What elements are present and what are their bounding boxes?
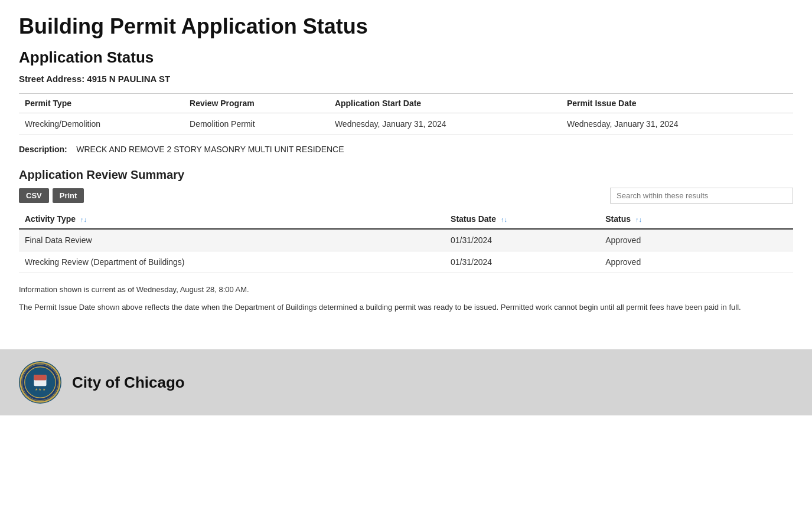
permit-table-cell: Wednesday, January 31, 2024 xyxy=(561,113,793,135)
activity-table-cell: 01/31/2024 xyxy=(445,251,599,273)
description-value: WRECK AND REMOVE 2 STORY MASONRY MULTI U… xyxy=(76,145,344,154)
col-permit-type: Permit Type xyxy=(19,94,184,113)
page-title: Building Permit Application Status xyxy=(19,14,793,39)
activity-table-cell: Approved xyxy=(599,251,793,273)
activity-table-row: Wrecking Review (Department of Buildings… xyxy=(19,251,793,273)
info-line-1: Information shown is current as of Wedne… xyxy=(19,284,793,296)
description-row: Description: WRECK AND REMOVE 2 STORY MA… xyxy=(19,142,793,156)
search-container xyxy=(610,188,793,204)
csv-button[interactable]: CSV xyxy=(19,188,49,203)
sort-icon-status-date[interactable]: ↑↓ xyxy=(501,216,507,223)
city-seal: ★ ★ ★ xyxy=(19,361,61,404)
activity-table-cell: 01/31/2024 xyxy=(445,229,599,251)
print-button[interactable]: Print xyxy=(53,188,84,203)
col-review-program: Review Program xyxy=(184,94,329,113)
activity-table-row: Final Data Review01/31/2024Approved xyxy=(19,229,793,251)
permit-table-cell: Demolition Permit xyxy=(184,113,329,135)
svg-text:★ ★ ★: ★ ★ ★ xyxy=(35,388,45,391)
permit-table-cell: Wednesday, January 31, 2024 xyxy=(329,113,561,135)
description-label: Description: xyxy=(19,145,67,154)
permit-table: Permit Type Review Program Application S… xyxy=(19,93,793,135)
footer-city-name: City of Chicago xyxy=(72,374,185,392)
activity-table: Activity Type ↑↓ Status Date ↑↓ Status ↑… xyxy=(19,209,793,273)
sort-icon-status[interactable]: ↑↓ xyxy=(635,216,642,223)
activity-table-cell: Approved xyxy=(599,229,793,251)
toolbar-left: CSV Print xyxy=(19,188,84,203)
col-status-date: Status Date ↑↓ xyxy=(445,209,599,229)
search-input[interactable] xyxy=(610,188,793,204)
svg-rect-3 xyxy=(34,375,47,381)
info-line-2: The Permit Issue Date shown above reflec… xyxy=(19,302,793,313)
street-address: Street Address: 4915 N PAULINA ST xyxy=(19,74,793,84)
permit-table-cell: Wrecking/Demolition xyxy=(19,113,184,135)
col-status: Status ↑↓ xyxy=(599,209,793,229)
street-address-label: Street Address: xyxy=(19,74,84,84)
toolbar: CSV Print xyxy=(19,188,793,204)
section-title: Application Status xyxy=(19,48,793,67)
col-activity-type: Activity Type ↑↓ xyxy=(19,209,445,229)
review-summary-title: Application Review Summary xyxy=(19,168,793,182)
activity-table-cell: Wrecking Review (Department of Buildings… xyxy=(19,251,445,273)
sort-icon-activity[interactable]: ↑↓ xyxy=(80,216,87,223)
permit-table-header-row: Permit Type Review Program Application S… xyxy=(19,94,793,113)
col-application-start-date: Application Start Date xyxy=(329,94,561,113)
activity-table-cell: Final Data Review xyxy=(19,229,445,251)
activity-table-header-row: Activity Type ↑↓ Status Date ↑↓ Status ↑… xyxy=(19,209,793,229)
footer: ★ ★ ★ City of Chicago xyxy=(0,349,812,415)
col-permit-issue-date: Permit Issue Date xyxy=(561,94,793,113)
street-address-value: 4915 N PAULINA ST xyxy=(87,74,170,84)
permit-table-row: Wrecking/DemolitionDemolition PermitWedn… xyxy=(19,113,793,135)
